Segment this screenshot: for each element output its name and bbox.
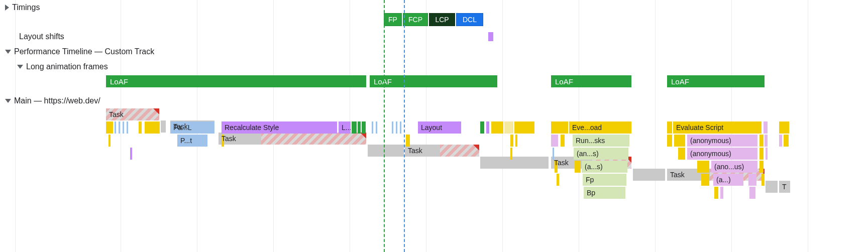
main-label: Main — https://web.dev/ bbox=[14, 96, 100, 105]
flame-entry[interactable] bbox=[674, 135, 685, 147]
flame-entry[interactable]: Bp bbox=[584, 187, 625, 199]
flame-entry[interactable]: (an...s) bbox=[574, 148, 628, 160]
flame-entry[interactable]: (ano...us) bbox=[711, 161, 757, 173]
flame-entry[interactable] bbox=[765, 135, 768, 147]
timing-marker-fp[interactable]: FP bbox=[384, 13, 402, 26]
flame-entry[interactable] bbox=[510, 135, 513, 147]
flame-entry[interactable] bbox=[491, 121, 503, 134]
flame-entry[interactable] bbox=[123, 121, 124, 134]
flame-entry[interactable] bbox=[486, 121, 489, 134]
flame-entry[interactable] bbox=[766, 148, 768, 160]
loaf-track[interactable]: LoAFLoAFLoAFLoAF bbox=[0, 75, 868, 88]
perf-timeline-label: Performance Timeline — Custom Track bbox=[14, 47, 154, 56]
flame-entry[interactable] bbox=[551, 135, 558, 147]
flame-entry[interactable]: (anonymous) bbox=[687, 148, 757, 160]
loaf-header[interactable]: Long animation frames bbox=[0, 59, 868, 74]
flame-entry[interactable] bbox=[362, 121, 366, 134]
flame-entry[interactable] bbox=[106, 121, 113, 134]
flame-task[interactable]: Task bbox=[106, 108, 159, 120]
timings-label: Timings bbox=[12, 3, 40, 12]
flame-entry[interactable] bbox=[748, 174, 756, 186]
timing-marker-fcp[interactable]: FCP bbox=[403, 13, 428, 26]
flame-entry[interactable] bbox=[553, 148, 554, 160]
flame-entry[interactable] bbox=[376, 121, 377, 134]
flame-entry[interactable] bbox=[515, 135, 517, 147]
flame-entry[interactable] bbox=[406, 135, 410, 147]
loaf-event[interactable]: LoAF bbox=[551, 75, 631, 87]
flame-entry[interactable] bbox=[400, 121, 401, 134]
flame-entry[interactable] bbox=[504, 121, 513, 134]
flame-entry[interactable] bbox=[779, 135, 782, 147]
flame-entry[interactable] bbox=[749, 187, 755, 199]
flame-entry[interactable]: Recalculate Style bbox=[222, 121, 337, 134]
flame-entry[interactable]: P...t bbox=[177, 135, 207, 147]
flame-entry[interactable] bbox=[551, 121, 568, 134]
flame-entry[interactable] bbox=[561, 135, 565, 147]
chevron-right-icon bbox=[5, 5, 9, 11]
flame-entry[interactable] bbox=[701, 174, 709, 186]
perf-timeline-header[interactable]: Performance Timeline — Custom Track bbox=[0, 44, 868, 59]
flame-entry[interactable]: Fp bbox=[583, 174, 626, 186]
flame-entry[interactable] bbox=[130, 148, 132, 160]
flame-entry[interactable] bbox=[667, 121, 672, 134]
flame-entry[interactable]: Layout bbox=[418, 121, 461, 134]
flame-entry[interactable] bbox=[145, 121, 160, 134]
flame-entry[interactable] bbox=[115, 121, 116, 134]
chevron-down-icon bbox=[5, 50, 11, 54]
flame-entry[interactable] bbox=[697, 161, 709, 173]
flame-entry[interactable] bbox=[127, 121, 128, 134]
flame-entry[interactable]: (a...s) bbox=[582, 161, 627, 173]
flame-entry[interactable]: L... bbox=[339, 121, 351, 134]
flame-entry[interactable] bbox=[779, 121, 789, 134]
flame-entry[interactable] bbox=[557, 174, 559, 186]
chevron-down-icon bbox=[17, 65, 23, 69]
loaf-label: Long animation frames bbox=[26, 62, 108, 71]
flame-entry[interactable] bbox=[667, 135, 672, 147]
flame-entry[interactable] bbox=[510, 148, 512, 160]
loaf-event[interactable]: LoAF bbox=[667, 75, 765, 87]
layout-shift-event[interactable] bbox=[488, 32, 493, 41]
flame-entry[interactable] bbox=[759, 161, 764, 173]
flame-entry[interactable] bbox=[392, 121, 393, 134]
flame-entry[interactable] bbox=[764, 121, 768, 134]
flame-entry[interactable]: (anonymous) bbox=[687, 135, 757, 147]
layout-shifts-track[interactable] bbox=[0, 32, 868, 41]
main-header[interactable]: Main — https://web.dev/ bbox=[0, 93, 868, 108]
flame-entry[interactable] bbox=[720, 187, 723, 199]
flame-entry[interactable] bbox=[396, 121, 397, 134]
flame-entry[interactable] bbox=[714, 187, 718, 199]
flame-entry[interactable] bbox=[784, 135, 789, 147]
main-flame-chart[interactable]: TaskTaskTaskTaskTaskTaskTPa...LRecalcula… bbox=[0, 108, 868, 200]
flame-entry[interactable] bbox=[358, 121, 361, 134]
loaf-event[interactable]: LoAF bbox=[106, 75, 366, 87]
flame-entry[interactable]: (a...) bbox=[713, 174, 743, 186]
flame-entry[interactable] bbox=[514, 121, 534, 134]
flame-entry[interactable] bbox=[372, 121, 373, 134]
flame-entry[interactable] bbox=[759, 148, 764, 160]
timing-marker-lcp[interactable]: LCP bbox=[429, 13, 455, 26]
flame-entry[interactable] bbox=[139, 121, 142, 134]
flame-entry[interactable] bbox=[762, 174, 765, 186]
timing-marker-dcl[interactable]: DCL bbox=[456, 13, 483, 26]
flame-entry[interactable] bbox=[575, 161, 581, 173]
loaf-event[interactable]: LoAF bbox=[370, 75, 497, 87]
flame-entry[interactable]: Eve...oad bbox=[569, 121, 631, 134]
flame-entry[interactable] bbox=[119, 121, 120, 134]
flame-entry[interactable] bbox=[759, 135, 764, 147]
flame-entry[interactable] bbox=[678, 148, 685, 160]
chevron-down-icon bbox=[5, 99, 11, 103]
flame-entry[interactable] bbox=[480, 121, 484, 134]
flame-entry[interactable]: Run...sks bbox=[573, 135, 629, 147]
flame-entry[interactable]: Evaluate Script bbox=[673, 121, 762, 134]
flame-entry[interactable] bbox=[108, 135, 111, 147]
flame-entry[interactable] bbox=[352, 121, 357, 134]
